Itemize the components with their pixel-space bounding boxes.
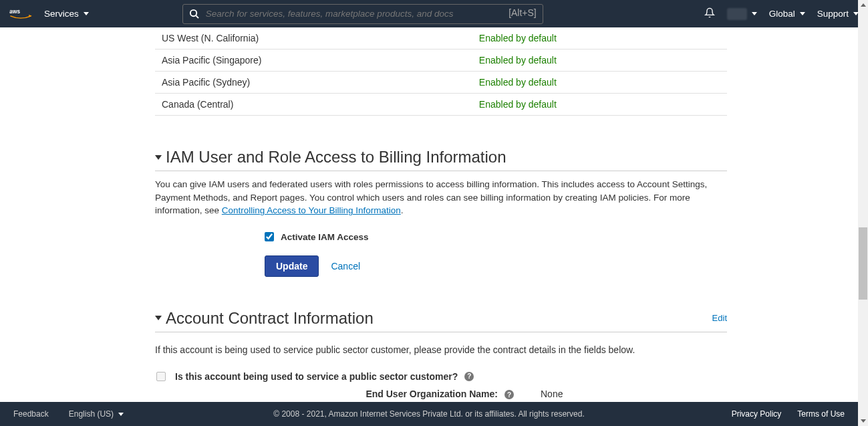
region-menu[interactable]: Global (769, 9, 805, 19)
regions-table: US West (N. California)Enabled by defaul… (155, 27, 727, 116)
language-label: English (US) (69, 409, 114, 419)
language-selector[interactable]: English (US) (69, 409, 124, 419)
svg-text:aws: aws (9, 7, 20, 14)
footer: Feedback English (US) © 2008 - 2021, Ama… (0, 402, 858, 426)
search-wrap: [Alt+S] (182, 4, 543, 24)
table-row: US West (N. California)Enabled by defaul… (155, 27, 727, 49)
region-status: Enabled by default (479, 55, 557, 66)
search-input[interactable] (182, 4, 543, 24)
table-row: Asia Pacific (Singapore)Enabled by defau… (155, 49, 727, 72)
region-name: US West (N. California) (162, 33, 259, 43)
caret-down-icon (752, 12, 757, 15)
vertical-scrollbar[interactable] (858, 0, 868, 426)
account-menu[interactable] (727, 8, 757, 20)
scrollbar-thumb[interactable] (859, 227, 867, 300)
top-nav: aws Services [Alt+S] Global Support (0, 0, 868, 27)
contract-heading: Account Contract Information (166, 309, 374, 328)
svg-line-2 (196, 15, 198, 18)
account-name-blurred (727, 8, 747, 20)
update-button[interactable]: Update (265, 255, 319, 277)
services-menu[interactable]: Services (44, 9, 89, 19)
enduser-value: None (541, 389, 563, 399)
activate-iam-checkbox[interactable] (265, 232, 274, 241)
region-label: Global (769, 9, 795, 19)
support-label: Support (817, 9, 849, 19)
services-label: Services (44, 9, 79, 19)
caret-down-icon (118, 413, 124, 416)
table-row: Canada (Central)Enabled by default (155, 94, 727, 116)
scroll-up-arrow[interactable] (858, 0, 868, 10)
scroll-down-arrow[interactable] (858, 416, 868, 426)
svg-point-1 (190, 9, 196, 15)
enduser-label: End User Organization Name: (366, 389, 498, 399)
terms-link[interactable]: Terms of Use (797, 409, 845, 419)
enduser-row: End User Organization Name:? None (155, 389, 727, 400)
aws-logo[interactable]: aws (9, 7, 32, 21)
help-icon[interactable]: ? (504, 390, 514, 399)
iam-section: IAM User and Role Access to Billing Info… (155, 148, 727, 277)
activate-iam-label: Activate IAM Access (281, 232, 369, 242)
iam-heading: IAM User and Role Access to Billing Info… (166, 148, 507, 167)
region-name: Asia Pacific (Sydney) (162, 77, 250, 88)
contract-description: If this account is being used to service… (155, 344, 727, 355)
public-sector-question: Is this account being used to service a … (175, 371, 458, 382)
search-icon (189, 9, 199, 21)
caret-down-icon (800, 12, 805, 15)
copyright-text: © 2008 - 2021, Amazon Internet Services … (273, 409, 585, 419)
contract-heading-row[interactable]: Account Contract Information Edit (155, 309, 727, 332)
iam-description: You can give IAM users and federated use… (155, 178, 727, 217)
edit-link[interactable]: Edit (712, 313, 727, 323)
feedback-link[interactable]: Feedback (13, 409, 49, 419)
billing-access-link[interactable]: Controlling Access to Your Billing Infor… (222, 205, 401, 215)
support-menu[interactable]: Support (817, 9, 859, 19)
privacy-link[interactable]: Privacy Policy (732, 409, 782, 419)
iam-heading-row[interactable]: IAM User and Role Access to Billing Info… (155, 148, 727, 171)
caret-down-icon (84, 12, 89, 15)
region-status: Enabled by default (479, 77, 557, 88)
activate-iam-row: Activate IAM Access (265, 232, 727, 242)
help-icon[interactable]: ? (464, 372, 474, 381)
public-sector-checkbox[interactable] (156, 372, 166, 381)
region-status: Enabled by default (479, 99, 557, 110)
bell-icon[interactable] (704, 7, 715, 20)
table-row: Asia Pacific (Sydney)Enabled by default (155, 72, 727, 94)
search-shortcut: [Alt+S] (509, 7, 537, 18)
region-name: Canada (Central) (162, 99, 233, 110)
region-status: Enabled by default (479, 33, 557, 43)
collapse-icon (155, 316, 162, 320)
contract-section: Account Contract Information Edit If thi… (155, 309, 727, 402)
region-name: Asia Pacific (Singapore) (162, 55, 261, 66)
page-body: US West (N. California)Enabled by defaul… (0, 27, 858, 402)
public-sector-row: Is this account being used to service a … (155, 371, 727, 382)
cancel-button[interactable]: Cancel (331, 261, 360, 272)
collapse-icon (155, 155, 162, 160)
